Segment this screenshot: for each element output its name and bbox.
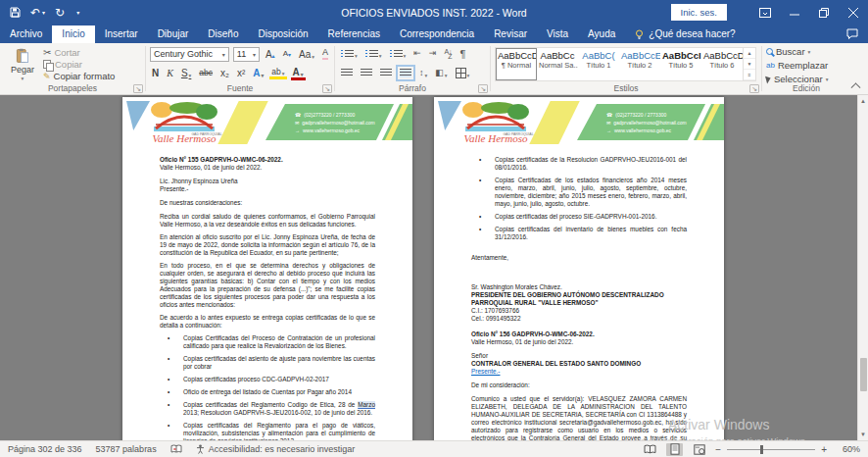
bullet-item[interactable]: Oficio de entrega del listado de Cuentas… <box>160 388 375 396</box>
styles-dialog-launcher-icon[interactable] <box>749 85 759 92</box>
oficio-date[interactable]: Valle Hermoso, 01 de junio del 2022. <box>471 338 687 346</box>
paragraph[interactable]: De acuerdo a lo antes expuesto se entreg… <box>160 314 375 330</box>
vertical-scrollbar[interactable]: ▲ ▼ <box>857 95 868 440</box>
tab-diseno[interactable]: Diseño <box>198 25 248 43</box>
tracked-word[interactable]: Marzo <box>358 401 375 408</box>
read-mode-icon[interactable] <box>642 443 658 456</box>
signature-cel[interactable]: Cel.: 0991495322 <box>471 315 687 323</box>
signature-entity[interactable]: PARROQUIAL RURAL "VALLE HERMOSO" <box>471 299 687 307</box>
scroll-up-icon[interactable]: ▲ <box>858 95 868 107</box>
paragraph[interactable]: En todo proceso, en el que se determina … <box>160 262 375 309</box>
redo-icon[interactable]: ↻ <box>55 7 65 19</box>
feedback-icon[interactable] <box>837 26 868 43</box>
tab-ayuda[interactable]: Ayuda <box>578 25 625 43</box>
addressee-name[interactable]: Lic. Jhonny Espinoza Ureña <box>160 178 375 185</box>
show-marks-button[interactable]: ¶ <box>458 48 468 60</box>
restore-button[interactable] <box>809 0 839 25</box>
signature-title[interactable]: PRESIDENTE DEL GOBIERNO AUTÓNOMO DESCENT… <box>471 291 687 299</box>
style-normal[interactable]: AaBbCcD ¶ Normal <box>496 48 537 80</box>
web-layout-icon[interactable] <box>691 443 707 456</box>
bold-button[interactable]: N <box>150 68 161 78</box>
tab-revisar[interactable]: Revisar <box>484 25 537 43</box>
zoom-out-button[interactable]: − <box>715 444 721 455</box>
style-titulo-2[interactable]: AaBbCcE Título 2 <box>619 48 660 80</box>
collapse-ribbon-icon[interactable] <box>852 81 860 89</box>
bullet-item[interactable]: Copias certificadas del asiento de ajust… <box>160 355 375 371</box>
zoom-slider[interactable] <box>727 449 815 450</box>
tell-me-box[interactable]: ¿Qué desea hacer? <box>625 25 745 43</box>
style-titulo-1[interactable]: AaBbC( Título 1 <box>578 48 619 80</box>
highlight-color-button[interactable]: ab▾ <box>269 68 286 79</box>
save-icon[interactable] <box>10 7 21 18</box>
paragraph-dialog-launcher-icon[interactable] <box>478 85 488 92</box>
scrollbar-thumb[interactable] <box>860 358 867 391</box>
page-left[interactable]: GAD PARROQUIAL Valle Hermoso (02)2773220… <box>122 97 412 440</box>
page-indicator[interactable]: Página 302 de 336 <box>8 444 82 454</box>
scrollbar-track[interactable] <box>858 107 868 429</box>
align-left-button[interactable] <box>339 69 355 77</box>
presente-link[interactable]: Presente.- <box>471 368 687 376</box>
clear-formatting-icon[interactable] <box>320 48 330 60</box>
multilevel-list-button[interactable]: ▾ <box>388 50 409 59</box>
shading-button[interactable]: ◧▾ <box>433 69 449 78</box>
print-layout-icon[interactable] <box>666 443 683 456</box>
salutation[interactable]: De nuestras consideraciones: <box>160 199 375 207</box>
sort-icon[interactable]: A↓Z <box>442 49 454 60</box>
scroll-down-icon[interactable]: ▼ <box>858 429 868 440</box>
bullet-item[interactable]: Copias certificadas del Reglamento Codig… <box>160 401 375 417</box>
ribbon-display-options-icon[interactable] <box>750 0 780 25</box>
addressee-contralor[interactable]: CONTRALOR GENERAL DEL ESTADO SANTO DOMIN… <box>471 360 687 368</box>
bullet-item[interactable]: Copias certificadas del proceso SIE-GADP… <box>471 213 687 221</box>
underline-button[interactable]: S▾ <box>179 68 193 78</box>
paragraph[interactable]: Comunico a usted que el servidor(a): VEL… <box>471 395 687 440</box>
styles-scroll-down-icon[interactable]: ▼ <box>744 59 755 70</box>
text-effects-button[interactable]: A▾ <box>251 68 265 78</box>
tab-insertar[interactable]: Insertar <box>95 25 148 43</box>
tab-dibujar[interactable]: Dibujar <box>148 25 199 43</box>
customize-qat-icon[interactable]: ▾ <box>76 10 79 16</box>
undo-icon[interactable]: ↶▾ <box>30 7 45 19</box>
italic-button[interactable]: K <box>165 68 175 78</box>
subscript-button[interactable]: x₂ <box>218 68 231 78</box>
superscript-button[interactable]: x² <box>235 68 247 78</box>
bullet-item[interactable]: Copias Certificadas de los estados finan… <box>471 177 687 208</box>
sign-in-button[interactable]: Inic. ses. <box>671 4 728 21</box>
copy-button[interactable]: Copiar <box>43 59 115 70</box>
numbering-button[interactable]: ▾ <box>363 50 384 59</box>
paragraph[interactable]: Reciba un cordial saludo de quienes conf… <box>160 213 375 228</box>
paste-button[interactable]: Pegar▾ <box>4 46 41 81</box>
format-painter-button[interactable]: Copiar formato <box>43 71 115 81</box>
oficio-number[interactable]: Oficio N° 156 GADPRVH-O-WMC-06-2022. <box>471 330 687 338</box>
zoom-in-button[interactable]: + <box>821 444 827 455</box>
minimize-button[interactable] <box>780 0 809 25</box>
accessibility-status[interactable]: Accesibilidad: es necesario investigar <box>196 444 356 454</box>
tab-correspondencia[interactable]: Correspondencia <box>390 25 484 43</box>
increase-indent-icon[interactable]: ⇥ <box>427 49 439 59</box>
addressee-senor[interactable]: Señor <box>471 352 687 360</box>
line-spacing-button[interactable]: ↕▾ <box>417 69 429 78</box>
zoom-slider-thumb[interactable] <box>760 445 763 454</box>
borders-button[interactable]: ▾ <box>454 68 472 78</box>
tab-archivo[interactable]: Archivo <box>0 25 52 43</box>
close-button[interactable] <box>839 0 868 25</box>
style-normal-sa[interactable]: AaBbCc Normal Sa... <box>537 48 578 80</box>
clipboard-dialog-launcher-icon[interactable] <box>133 85 143 92</box>
word-count[interactable]: 53787 palabras <box>96 444 157 454</box>
letter-body[interactable]: Oficio N° 155 GADPRVH-O-WMC-06-2022. Val… <box>122 144 412 440</box>
tab-referencias[interactable]: Referencias <box>318 25 390 43</box>
align-right-button[interactable] <box>378 69 394 77</box>
addressee-presente[interactable]: Presente.- <box>160 185 375 193</box>
align-center-button[interactable] <box>359 69 374 77</box>
cut-button[interactable]: Cortar <box>43 47 115 58</box>
replace-button[interactable]: abReemplazar <box>766 60 828 71</box>
signature-name[interactable]: Sr. Washington Morales Chávez. <box>471 283 687 291</box>
styles-scroll-up-icon[interactable]: ▲ <box>744 48 755 59</box>
bullet-item[interactable]: Copias certificadas proceso CDC-GADPVH-0… <box>160 376 375 383</box>
signature-ci[interactable]: C.I.: 1707693766 <box>471 307 687 315</box>
bullet-item[interactable]: Copias certificadas del Reglamento para … <box>160 422 375 440</box>
find-button[interactable]: Buscar▾ <box>766 46 828 57</box>
change-case-button[interactable]: Aa▾ <box>297 49 316 60</box>
page-right[interactable]: GAD PARROQUIAL Valle Hermoso (02)2773220… <box>434 97 724 440</box>
tab-inicio[interactable]: Inicio <box>52 25 94 43</box>
style-titulo-6[interactable]: AaBbCcDc Título 6 <box>701 48 743 80</box>
